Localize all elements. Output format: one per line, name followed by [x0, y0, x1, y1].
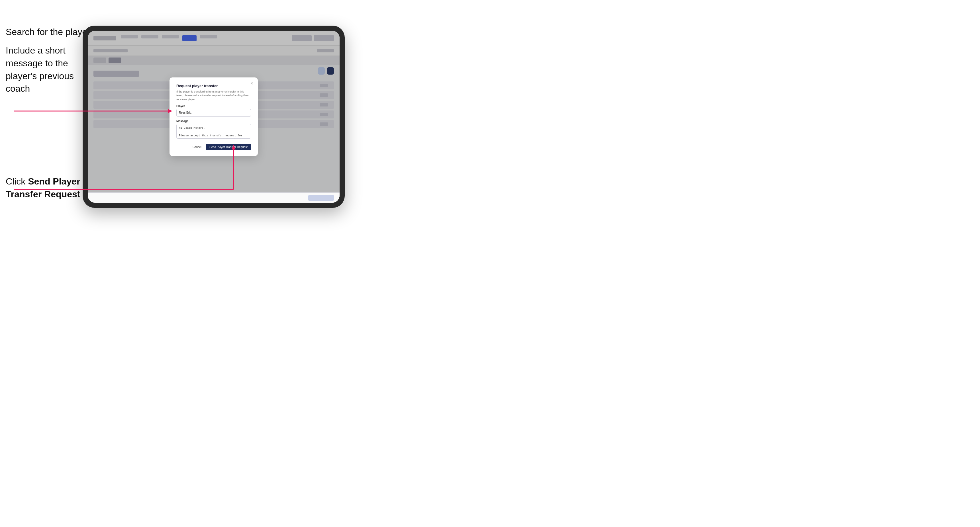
modal-overlay: Request player transfer × If the player …	[88, 31, 340, 203]
bottom-action-btn[interactable]	[308, 195, 334, 201]
modal-close-button[interactable]: ×	[249, 81, 255, 86]
player-field-label: Player	[177, 105, 251, 108]
annotation-search: Search for the player.	[6, 25, 92, 38]
message-textarea[interactable]: Hi Coach McHarg, Please accept this tran…	[177, 124, 251, 139]
player-input[interactable]	[177, 109, 251, 117]
modal-description: If the player is transferring from anoth…	[177, 90, 251, 101]
tablet-screen: Request player transfer × If the player …	[88, 31, 340, 203]
tablet-device: Request player transfer × If the player …	[83, 25, 345, 208]
message-field-label: Message	[177, 119, 251, 123]
message-annotation-text: Include a short message to the player's …	[6, 45, 74, 94]
modal-title: Request player transfer	[177, 84, 251, 88]
modal-actions: Cancel Send Player Transfer Request	[177, 144, 251, 150]
annotation-message: Include a short message to the player's …	[6, 44, 83, 95]
click-prefix-text: Click	[6, 176, 28, 186]
cancel-button[interactable]: Cancel	[190, 144, 204, 150]
send-transfer-request-button[interactable]: Send Player Transfer Request	[206, 144, 251, 150]
modal-dialog: Request player transfer × If the player …	[170, 78, 258, 156]
app-bottom-bar	[88, 192, 340, 203]
annotation-click: Click Send PlayerTransfer Request	[6, 175, 80, 201]
